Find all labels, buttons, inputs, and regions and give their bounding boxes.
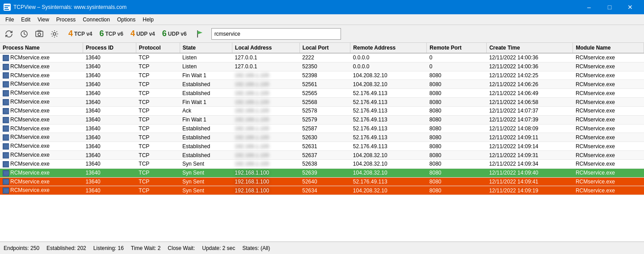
- svg-rect-52: [4, 176, 8, 176]
- cell-process-name: RCMservice.exe: [0, 168, 83, 177]
- process-icon: [3, 170, 9, 176]
- status-established: Established: 202: [46, 245, 86, 251]
- cell-module: RCMservice.exe: [573, 159, 644, 168]
- minimize-button[interactable]: –: [579, 0, 599, 14]
- cell-process-name: RCMservice.exe: [0, 124, 83, 133]
- table-row[interactable]: RCMservice.exe13640TCPEstablished192.168…: [0, 89, 644, 98]
- cell-local-addr: 192.168.1.100: [232, 124, 299, 133]
- col-create-time: Create Time: [486, 43, 572, 53]
- cell-local-port: 52637: [299, 151, 350, 160]
- svg-point-8: [53, 33, 56, 35]
- cell-process-name: RCMservice.exe: [0, 133, 83, 142]
- cell-pid: 13640: [83, 124, 136, 133]
- table-row[interactable]: RCMservice.exe13640TCPFin Wait 1192.168.…: [0, 71, 644, 80]
- table-row[interactable]: RCMservice.exe13640TCPEstablished192.168…: [0, 142, 644, 151]
- cell-local-port: 52579: [299, 115, 350, 124]
- screenshot-button[interactable]: [32, 27, 46, 41]
- cell-local-addr: 192.168.1.100: [232, 133, 299, 142]
- table-row[interactable]: RCMservice.exe13640TCPAck192.168.1.10052…: [0, 106, 644, 115]
- process-icon: [3, 117, 9, 123]
- table-row[interactable]: RCMservice.exe13640TCPEstablished192.168…: [0, 133, 644, 142]
- cell-create-time: 12/11/2022 14:09:11: [486, 133, 572, 142]
- cell-remote-port: 8080: [427, 106, 487, 115]
- status-states: States: (All): [242, 245, 270, 251]
- table-row[interactable]: RCMservice.exe13640TCPSyn Sent192.168.1.…: [0, 177, 644, 186]
- menu-connection[interactable]: Connection: [79, 16, 114, 24]
- table-row[interactable]: RCMservice.exe13640TCPEstablished192.168…: [0, 80, 644, 89]
- udpv6-button[interactable]: 6 UDP v6: [159, 27, 190, 41]
- process-icon: [3, 81, 9, 87]
- cell-pid: 13640: [83, 168, 136, 177]
- cell-remote-port: 8080: [427, 186, 487, 195]
- cell-local-addr: 192.168.1.100: [232, 71, 299, 80]
- cell-state: Syn Sent: [180, 177, 232, 186]
- table-row[interactable]: RCMservice.exe13640TCPEstablished192.168…: [0, 151, 644, 160]
- cell-module: RCMservice.exe: [573, 89, 644, 98]
- table-row[interactable]: RCMservice.exe13640TCPEstablished192.168…: [0, 124, 644, 133]
- menu-help[interactable]: Help: [139, 16, 157, 24]
- cell-protocol: TCP: [136, 133, 180, 142]
- table-row[interactable]: RCMservice.exe13640TCPFin Wait 1192.168.…: [0, 115, 644, 124]
- udpv4-button[interactable]: 4 UDP v4: [127, 27, 158, 41]
- table-row[interactable]: RCMservice.exe13640TCPSyn Sent192.168.1.…: [0, 186, 644, 195]
- cell-pid: 13640: [83, 89, 136, 98]
- table-row[interactable]: RCMservice.exe13640TCPFin Wait 1192.168.…: [0, 98, 644, 107]
- tcpv4-button[interactable]: 4 TCP v4: [65, 27, 95, 41]
- cell-local-port: 52631: [299, 142, 350, 151]
- table-row[interactable]: RCMservice.exe13640TCPListen127.0.0.1222…: [0, 53, 644, 62]
- maximize-button[interactable]: □: [599, 0, 620, 14]
- svg-rect-15: [5, 69, 7, 70]
- menu-options[interactable]: Options: [114, 16, 139, 24]
- tcpv6-button[interactable]: 6 TCP v6: [96, 27, 126, 41]
- cell-remote-port: 8080: [427, 133, 487, 142]
- cell-remote-port: 8080: [427, 142, 487, 151]
- table-row[interactable]: RCMservice.exe13640TCPListen127.0.0.1523…: [0, 62, 644, 71]
- svg-rect-16: [4, 70, 8, 70]
- cell-local-addr: 192.168.1.100: [232, 186, 299, 195]
- menu-file[interactable]: File: [2, 16, 17, 24]
- cell-state: Established: [180, 133, 232, 142]
- cell-local-port: 52630: [299, 133, 350, 142]
- svg-rect-34: [4, 123, 8, 123]
- col-local-port: Local Port: [299, 43, 350, 53]
- refresh-button[interactable]: [2, 27, 16, 41]
- cell-remote-port: 0: [427, 53, 487, 62]
- cell-remote-addr: 52.176.49.113: [350, 89, 427, 98]
- flag-button[interactable]: [194, 27, 206, 41]
- svg-rect-49: [4, 167, 8, 167]
- process-icon: [3, 72, 9, 79]
- cell-remote-addr: 52.176.49.113: [350, 124, 427, 133]
- tcpv6-number: 6: [99, 29, 104, 38]
- cell-process-name: RCMservice.exe: [0, 71, 83, 80]
- col-process-name: Process Name: [0, 43, 83, 53]
- process-icon: [3, 179, 9, 185]
- connections-table-container[interactable]: Process Name Process ID Protocol State L…: [0, 43, 644, 242]
- cell-pid: 13640: [83, 133, 136, 142]
- cell-protocol: TCP: [136, 168, 180, 177]
- process-icon: [3, 187, 9, 194]
- menu-process[interactable]: Process: [53, 16, 79, 24]
- cell-create-time: 12/11/2022 14:09:31: [486, 151, 572, 160]
- menu-view[interactable]: View: [34, 16, 53, 24]
- close-button[interactable]: ✕: [620, 0, 640, 14]
- svg-rect-30: [5, 113, 7, 114]
- cell-local-port: 52398: [299, 71, 350, 80]
- table-row[interactable]: RCMservice.exe13640TCPSyn Sent192.168.1.…: [0, 168, 644, 177]
- cell-remote-addr: 104.208.32.10: [350, 186, 427, 195]
- cell-local-addr: 192.168.1.100: [232, 106, 299, 115]
- cell-create-time: 12/11/2022 14:02:25: [486, 71, 572, 80]
- auto-refresh-button[interactable]: [17, 27, 31, 41]
- cell-local-port: 52568: [299, 98, 350, 107]
- search-input[interactable]: [211, 28, 341, 40]
- cell-local-port: 52350: [299, 62, 350, 71]
- process-icon: [3, 134, 9, 141]
- cell-remote-port: 8080: [427, 98, 487, 107]
- cell-module: RCMservice.exe: [573, 133, 644, 142]
- settings-button[interactable]: [47, 27, 62, 41]
- table-row[interactable]: RCMservice.exe13640TCPSyn Sent192.168.1.…: [0, 159, 644, 168]
- cell-local-addr: 192.168.1.100: [232, 159, 299, 168]
- status-timewait: Time Wait: 2: [131, 245, 160, 251]
- svg-rect-18: [5, 77, 7, 78]
- menu-edit[interactable]: Edit: [17, 16, 34, 24]
- cell-remote-port: 8080: [427, 71, 487, 80]
